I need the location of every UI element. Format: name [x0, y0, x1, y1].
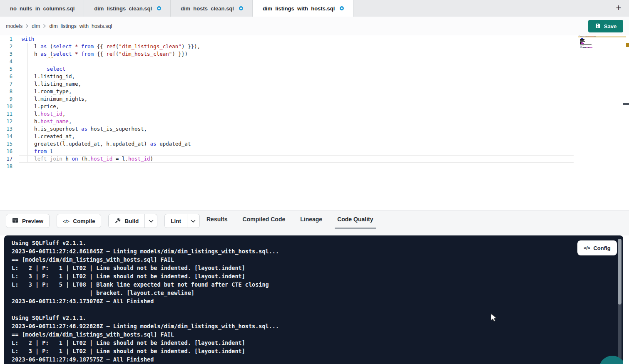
build-button-group: Build — [108, 214, 157, 228]
new-tab-button[interactable]: + — [612, 2, 625, 14]
terminal-line: L: 3 | P: 1 | LT02 | Line should not be … — [12, 272, 279, 280]
terminal-line: == [models/dim/dim_listings_with_hosts.s… — [12, 330, 279, 339]
line-number: 10 — [0, 103, 12, 110]
code-line[interactable]: 7 l.listing_name, — [0, 80, 200, 88]
code-line[interactable]: 6 l.listing_id, — [0, 73, 200, 80]
lint-label: Lint — [171, 218, 181, 224]
terminal-line: L: 3 | P: 1 | LT02 | Line should not be … — [12, 347, 279, 355]
line-number: 1 — [0, 35, 12, 43]
breadcrumb-segment: models — [6, 23, 22, 29]
terminal-line: 2023-06-06T11:27:42.861845Z — Linting mo… — [12, 247, 279, 255]
overview-ruler-warning-marker — [626, 43, 629, 47]
unsaved-indicator-icon — [340, 6, 344, 10]
tab-lineage[interactable]: Lineage — [298, 210, 325, 229]
code-line[interactable]: 13 h.is_superhost as host_is_superhost, — [0, 125, 200, 133]
file-tab-dim_hosts_clean[interactable]: dim_hosts_clean.sql — [171, 0, 253, 17]
code-line[interactable]: 8 l.room_type, — [0, 88, 200, 95]
bottom-toolbar: Preview</>CompileBuildLint ResultsCompil… — [0, 210, 629, 235]
code-line[interactable]: 2 l as (select * from {{ ref("dim_listin… — [0, 43, 200, 50]
plus-icon: + — [616, 2, 622, 13]
code-line[interactable]: 1with — [0, 35, 200, 43]
lint-dropdown-button[interactable] — [187, 214, 199, 228]
line-number: 5 — [0, 65, 12, 73]
preview-label: Preview — [22, 218, 43, 224]
line-number: 9 — [0, 95, 12, 103]
code-line[interactable]: 4 — [0, 58, 200, 65]
code-line[interactable]: 16 from l — [0, 148, 200, 155]
breadcrumb-segment: dim_listings_with_hosts.sql — [49, 23, 112, 29]
unsaved-indicator-icon — [239, 6, 243, 10]
terminal-line: 2023-06-06T11:27:48.922828Z — Linting mo… — [12, 322, 279, 330]
breadcrumb-segment: dim — [32, 23, 40, 29]
editor-right-border — [620, 35, 620, 210]
line-number: 4 — [0, 58, 12, 65]
line-number: 2 — [0, 43, 12, 50]
terminal-line — [12, 305, 279, 314]
code-line[interactable]: 12 h.host_name, — [0, 118, 200, 125]
save-button[interactable]: Save — [588, 20, 623, 32]
code-line[interactable]: 15 greatest(l.updated_at, h.updated_at) … — [0, 140, 200, 148]
line-number: 17 — [0, 155, 12, 163]
terminal-line: L: 2 | P: 1 | LT02 | Line should not be … — [12, 264, 279, 272]
compile-button[interactable]: </>Compile — [57, 214, 101, 228]
config-button[interactable]: </> Config — [577, 240, 617, 255]
toolbar-buttons: Preview</>CompileBuildLint — [6, 214, 207, 228]
preview-button-group: Preview — [6, 214, 50, 228]
hammer-icon — [114, 217, 121, 225]
code-line[interactable]: 17 left join h on (h.host_id = l.host_id… — [0, 155, 200, 163]
code-line[interactable]: 9 l.minimum_nights, — [0, 95, 200, 103]
code-line[interactable]: 18 — [0, 163, 200, 170]
code-line[interactable]: 10 l.price, — [0, 103, 200, 110]
save-label: Save — [604, 23, 617, 30]
table-grid-icon — [12, 217, 18, 225]
line-number: 15 — [0, 140, 12, 148]
tab-code-quality[interactable]: Code Quality — [335, 210, 375, 229]
terminal-scrollbar-thumb[interactable] — [618, 239, 622, 305]
chevron-down-icon — [191, 218, 196, 224]
code-line[interactable]: 5 select — [0, 65, 200, 73]
dbt-cloud-ide: no_nulls_in_columns.sqldim_listings_clea… — [0, 0, 629, 364]
file-tab-no_nulls_in_columns[interactable]: no_nulls_in_columns.sql — [0, 0, 84, 17]
code-line[interactable]: 3 h as (select * from {{ ref("dim_hosts_… — [0, 50, 200, 58]
file-tab-dim_listings_with_hosts[interactable]: dim_listings_with_hosts.sql — [253, 0, 353, 17]
line-number: 7 — [0, 80, 12, 88]
terminal-output: Using SQLFluff v2.1.1.2023-06-06T11:27:4… — [12, 239, 279, 364]
tab-bar: no_nulls_in_columns.sqldim_listings_clea… — [0, 0, 629, 17]
result-tabs: ResultsCompiled CodeLineageCode Quality — [204, 210, 376, 229]
code-line[interactable]: 14 l.created_at, — [0, 133, 200, 140]
chevron-right-icon — [25, 24, 29, 28]
line-number: 11 — [0, 110, 12, 118]
minimap[interactable] — [579, 35, 609, 49]
preview-button[interactable]: Preview — [6, 214, 49, 228]
compile-label: Compile — [73, 218, 95, 224]
terminal-line: 2023-06-06T11:27:49.187575Z — All Finish… — [12, 355, 279, 364]
line-number: 6 — [0, 73, 12, 80]
terminal-line: | bracket. [layout.cte_newline] — [12, 289, 279, 297]
config-label: Config — [593, 245, 610, 251]
code-lines: 1with2 l as (select * from {{ ref("dim_l… — [0, 35, 200, 170]
line-number: 16 — [0, 148, 12, 155]
lint-button[interactable]: Lint — [165, 214, 187, 228]
code-editor[interactable]: 1with2 l as (select * from {{ ref("dim_l… — [0, 35, 629, 210]
tab-results[interactable]: Results — [204, 210, 230, 229]
lint-terminal[interactable]: Using SQLFluff v2.1.1.2023-06-06T11:27:4… — [4, 235, 623, 364]
config-code-icon: </> — [584, 245, 590, 250]
line-number: 8 — [0, 88, 12, 95]
save-floppy-icon — [595, 23, 601, 30]
file-tab-dim_listings_clean[interactable]: dim_listings_clean.sql — [84, 0, 171, 17]
terminal-line: L: 2 | P: 1 | LT02 | Line should not be … — [12, 339, 279, 347]
build-button[interactable]: Build — [109, 214, 144, 228]
subheader: modelsdimdim_listings_with_hosts.sql Sav… — [0, 17, 629, 35]
build-label: Build — [124, 218, 139, 224]
code-line[interactable]: 11 l.host_id, — [0, 110, 200, 118]
chevron-right-icon — [43, 24, 46, 28]
terminal-line: Using SQLFluff v2.1.1. — [12, 314, 279, 322]
line-number: 3 — [0, 50, 12, 58]
terminal-line: Using SQLFluff v2.1.1. — [12, 239, 279, 247]
line-number: 18 — [0, 163, 12, 170]
compile-button-group: </>Compile — [57, 214, 101, 228]
unsaved-indicator-icon — [157, 6, 161, 10]
tab-compiled-code[interactable]: Compiled Code — [240, 210, 288, 229]
build-dropdown-button[interactable] — [144, 214, 157, 228]
terminal-line: 2023-06-06T11:27:43.173076Z — All Finish… — [12, 297, 279, 305]
